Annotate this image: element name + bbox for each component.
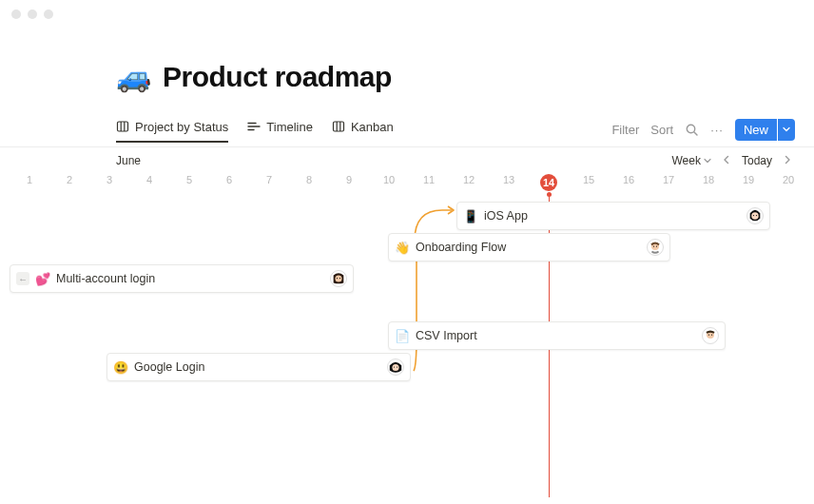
- date-cell-current[interactable]: 14: [540, 174, 557, 191]
- prev-chevron-icon[interactable]: [721, 154, 732, 167]
- view-tab-label: Timeline: [266, 120, 313, 134]
- timeline-canvas[interactable]: 234567891011121314151617181920 📱iOS App👋…: [0, 174, 814, 497]
- new-dropdown-icon[interactable]: [778, 119, 795, 141]
- task-emoji: 💕: [35, 272, 50, 286]
- svg-point-21: [337, 278, 338, 279]
- svg-point-30: [397, 366, 397, 367]
- views-toolbar: Project by StatusTimelineKanban Filter S…: [0, 114, 814, 145]
- svg-line-10: [694, 132, 697, 135]
- svg-point-28: [392, 364, 398, 371]
- svg-point-25: [708, 334, 709, 335]
- date-axis: 234567891011121314151617181920: [0, 174, 814, 195]
- date-cell[interactable]: 3: [100, 174, 119, 185]
- new-button-group: New: [735, 119, 795, 141]
- task-emoji: 📄: [395, 329, 410, 343]
- task-title: Multi-account login: [56, 272, 324, 285]
- timeline-icon: [247, 120, 261, 133]
- svg-point-12: [751, 212, 758, 219]
- date-cell[interactable]: 15: [579, 174, 598, 185]
- date-cell[interactable]: 6: [220, 174, 239, 185]
- task-title: Onboarding Flow: [416, 241, 641, 254]
- svg-rect-0: [118, 122, 128, 131]
- assignee-avatar[interactable]: [746, 207, 764, 224]
- view-tab-timeline[interactable]: Timeline: [247, 120, 313, 140]
- date-cell[interactable]: 19: [739, 174, 758, 185]
- date-cell[interactable]: 2: [60, 174, 79, 185]
- assignee-avatar[interactable]: [387, 359, 404, 376]
- toolbar-right: Filter Sort ··· New: [611, 119, 795, 141]
- task-card[interactable]: 😃Google Login: [107, 353, 411, 381]
- date-cell[interactable]: 12: [459, 174, 478, 185]
- svg-point-17: [653, 245, 654, 246]
- task-card[interactable]: 👋Onboarding Flow: [388, 233, 670, 262]
- svg-point-13: [753, 215, 754, 216]
- view-tab-status[interactable]: Project by Status: [116, 120, 228, 140]
- assignee-avatar[interactable]: [647, 239, 664, 256]
- task-card[interactable]: ←💕Multi-account login: [10, 264, 354, 293]
- date-cell[interactable]: 17: [659, 174, 678, 185]
- next-chevron-icon[interactable]: [782, 154, 793, 167]
- task-title: CSV Import: [416, 329, 696, 342]
- scale-selector[interactable]: Week: [672, 154, 711, 167]
- date-cell[interactable]: 10: [379, 174, 398, 185]
- search-icon[interactable]: [685, 123, 699, 137]
- board-icon: [332, 120, 345, 133]
- svg-point-22: [339, 278, 340, 279]
- title-row: 🚙 Product roadmap: [0, 61, 814, 93]
- sort-button[interactable]: Sort: [650, 123, 673, 137]
- date-cell[interactable]: 5: [180, 174, 199, 185]
- task-emoji: 👋: [395, 241, 410, 255]
- svg-point-20: [335, 275, 341, 281]
- task-card[interactable]: 📱iOS App: [456, 202, 770, 230]
- svg-point-9: [687, 125, 694, 132]
- svg-point-26: [711, 334, 712, 335]
- hovered-date-label: 1: [20, 174, 39, 185]
- task-title: iOS App: [484, 209, 741, 223]
- view-tab-label: Project by Status: [135, 120, 228, 134]
- page: 🚙 Product roadmap Project by StatusTimel…: [0, 0, 814, 497]
- date-cell[interactable]: 18: [699, 174, 718, 185]
- assignee-avatar[interactable]: [330, 270, 347, 287]
- drag-handle-icon[interactable]: ←: [16, 272, 29, 285]
- page-emoji[interactable]: 🚙: [116, 63, 151, 91]
- date-cell[interactable]: 9: [339, 174, 359, 185]
- board-icon: [116, 120, 129, 133]
- view-tab-label: Kanban: [351, 120, 394, 134]
- svg-rect-6: [333, 122, 343, 131]
- date-cell[interactable]: 13: [499, 174, 518, 185]
- view-tab-kanban[interactable]: Kanban: [332, 120, 394, 140]
- page-title[interactable]: Product roadmap: [163, 61, 392, 93]
- timeline-subbar: June Week Today: [0, 147, 814, 174]
- scale-label: Week: [672, 154, 701, 167]
- date-cell[interactable]: 11: [419, 174, 438, 185]
- task-title: Google Login: [134, 360, 381, 374]
- date-cell[interactable]: 8: [300, 174, 319, 185]
- svg-point-14: [756, 215, 757, 216]
- task-emoji: 📱: [463, 209, 478, 223]
- task-card[interactable]: 📄CSV Import: [388, 321, 726, 350]
- new-button[interactable]: New: [735, 119, 777, 141]
- more-icon[interactable]: ···: [710, 123, 724, 137]
- svg-point-18: [656, 245, 657, 246]
- date-cell[interactable]: 4: [140, 174, 159, 185]
- filter-button[interactable]: Filter: [611, 123, 639, 137]
- svg-point-29: [394, 366, 395, 367]
- today-marker-dot: [547, 192, 552, 197]
- date-cell[interactable]: 16: [619, 174, 638, 185]
- assignee-avatar[interactable]: [702, 327, 719, 344]
- today-button[interactable]: Today: [742, 154, 772, 167]
- month-label: June: [116, 154, 141, 167]
- date-cell[interactable]: 7: [260, 174, 279, 185]
- date-cell[interactable]: 20: [779, 174, 798, 185]
- task-emoji: 😃: [113, 360, 128, 375]
- connector-arrow: [413, 247, 424, 373]
